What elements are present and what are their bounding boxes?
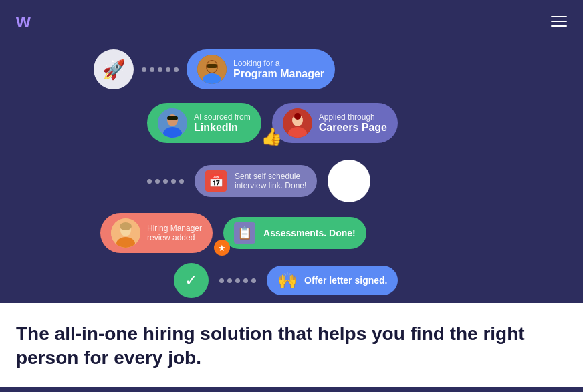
white-circle-avatar: [328, 160, 370, 202]
dots-row3: [147, 179, 184, 184]
dot: [147, 179, 152, 184]
row5: ✓ 🙌 Offer letter signed.: [174, 263, 398, 298]
rocket-avatar: 🚀: [94, 49, 134, 89]
dot: [179, 179, 184, 184]
bottom-section: The all-in-one hiring solution that help…: [0, 303, 583, 387]
dots-row1: [142, 67, 179, 72]
program-manager-text: Looking for a Program Manager: [233, 59, 324, 80]
dot: [163, 179, 168, 184]
svg-point-12: [294, 113, 301, 120]
row4: Hiring Manager review added 📋 Assessment…: [100, 213, 366, 253]
linkedin-text: AI sourced from LinkedIn: [194, 112, 251, 134]
svg-rect-8: [167, 116, 178, 120]
dot: [155, 179, 160, 184]
menu-button[interactable]: [551, 16, 567, 27]
program-manager-pill: Looking for a Program Manager: [187, 49, 335, 89]
offer-letter-text: Offer letter signed.: [304, 275, 387, 286]
schedule-pill: 📅 Sent self schedule interview link. Don…: [195, 165, 317, 197]
logo[interactable]: w: [16, 11, 30, 32]
svg-point-7: [167, 114, 178, 126]
dot: [219, 278, 224, 283]
careers-page-pill: Applied through Careers Page: [272, 103, 398, 143]
assessments-text: Assessments. Done!: [263, 228, 356, 238]
check-circle: ✓: [174, 263, 209, 298]
linkedin-pill: AI sourced from LinkedIn: [147, 103, 261, 143]
dot: [227, 278, 232, 283]
hiring-manager-pill: Hiring Manager review added: [100, 213, 213, 253]
dot: [235, 278, 240, 283]
assessments-pill: 📋 Assessments. Done!: [223, 217, 366, 249]
dot: [166, 67, 170, 72]
offer-letter-pill: 🙌 Offer letter signed.: [267, 266, 398, 295]
schedule-text: Sent self schedule interview link. Done!: [235, 172, 306, 190]
svg-rect-4: [207, 64, 217, 68]
dot: [150, 67, 154, 72]
dot: [142, 67, 146, 72]
row3: 📅 Sent self schedule interview link. Don…: [147, 160, 370, 202]
thumbs-up-badge: 👍: [261, 126, 282, 147]
dot: [171, 179, 176, 184]
hands-icon: 🙌: [277, 271, 298, 290]
dots-row5: [219, 278, 256, 283]
notepad-icon: 📋: [234, 222, 255, 244]
dot: [251, 278, 256, 283]
dot: [243, 278, 248, 283]
careers-page-text: Applied through Careers Page: [319, 112, 387, 134]
calendar-icon: 📅: [205, 170, 227, 192]
svg-point-16: [120, 222, 132, 230]
illustration-area: 🚀 Looking for a Program Manage: [0, 43, 583, 303]
dot: [174, 67, 179, 72]
hiring-manager-text: Hiring Manager review added: [147, 224, 202, 242]
header: w: [0, 0, 583, 43]
row1: 🚀 Looking for a Program Manage: [94, 49, 335, 89]
star-badge: ★: [214, 240, 230, 256]
dot: [158, 67, 162, 72]
headline: The all-in-one hiring solution that help…: [16, 322, 564, 371]
